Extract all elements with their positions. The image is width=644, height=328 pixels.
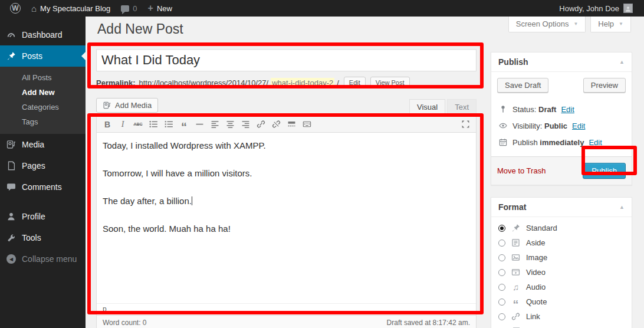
edit-schedule-link[interactable]: Edit [589,138,602,147]
sidebar-item-posts[interactable]: Posts [0,45,86,67]
editor-paragraph: The day after, a billion. [103,196,470,206]
chevron-down-icon: ▼ [619,21,623,27]
radio-video[interactable] [498,269,505,276]
submenu-add-new[interactable]: Add New [0,85,86,100]
edit-status-link[interactable]: Edit [561,105,574,114]
fullscreen-button[interactable] [458,118,472,131]
image-icon [511,252,521,263]
wordpress-menu[interactable]: W [5,0,26,17]
submenu-all-posts[interactable]: All Posts [0,70,86,85]
radio-image[interactable] [498,254,505,261]
new-content-menu[interactable]: + New [143,0,178,17]
plus-icon: + [148,3,153,14]
sidebar-item-dashboard[interactable]: Dashboard [0,24,86,45]
editor-paragraph: Today, I installed Wordpress with XAMPP. [103,140,470,150]
screen-options-button[interactable]: Screen Options ▼ [508,17,586,32]
radio-audio[interactable] [498,284,505,291]
sidebar-item-comments[interactable]: Comments [0,176,86,198]
publish-button[interactable]: Publish [583,163,626,179]
format-option-quote[interactable]: “ Quote [498,294,625,309]
pushpin-icon [511,223,521,233]
wordpress-logo-icon: W [10,3,21,14]
permalink-slug[interactable]: what-i-did-today-2 [271,78,334,88]
status-pin-icon [498,104,508,114]
bullet-list-button[interactable] [146,118,160,131]
add-media-button[interactable]: Add Media [96,98,158,113]
bold-button[interactable]: B [100,118,114,131]
edit-permalink-button[interactable]: Edit [344,77,366,88]
publish-panel-header[interactable]: Publish ▲ [491,53,632,72]
remove-link-button[interactable] [269,118,283,131]
collapse-panel-icon[interactable]: ▲ [619,59,625,65]
format-option-link[interactable]: Link [498,309,625,324]
format-option-standard[interactable]: Standard [498,221,625,235]
collapse-menu-button[interactable]: ◀ Collapse menu [0,248,86,270]
format-option-aside[interactable]: Aside [498,235,625,250]
profile-icon [6,211,17,222]
format-panel-header[interactable]: Format ▲ [491,198,632,217]
italic-button[interactable]: I [116,118,130,131]
move-to-trash-link[interactable]: Move to Trash [497,166,546,175]
sidebar-item-pages[interactable]: Pages [0,155,86,176]
tab-text[interactable]: Text [447,99,477,116]
audio-note-icon: ♫ [511,282,521,292]
sidebar-item-label: Media [22,140,44,149]
radio-standard[interactable] [498,225,505,232]
blockquote-button[interactable]: “ [177,118,191,131]
sidebar-item-tools[interactable]: Tools [0,227,86,248]
format-label: Audio [526,283,546,291]
preview-button[interactable]: Preview [583,78,626,93]
format-option-video[interactable]: Video [498,265,625,280]
sidebar-item-label: Comments [22,182,62,192]
align-center-button[interactable] [223,118,237,131]
screen-options-label: Screen Options [516,19,569,28]
account-menu[interactable]: Howdy, John Doe [554,0,638,17]
strikethrough-button[interactable]: ABC [131,118,145,131]
permalink-trailing-slash: / [337,78,339,87]
radio-link[interactable] [498,313,505,320]
post-title-input[interactable] [96,49,477,71]
format-option-audio[interactable]: ♫ Audio [498,280,625,294]
format-option-gallery[interactable]: Gallery [498,324,625,328]
draft-saved-status: Draft saved at 8:17:42 am. [387,319,470,327]
align-left-button[interactable] [208,118,222,131]
text-cursor [192,196,192,205]
insert-link-button[interactable] [254,118,268,131]
editor-toolbar: B I ABC “ [97,116,476,133]
site-link[interactable]: ⌂ My Spectacular Blog [26,0,116,17]
permalink-base: http://localhost/wordpress/2014/10/27/ [139,78,268,87]
numbered-list-button[interactable] [162,118,176,131]
sidebar-item-media[interactable]: Media [0,134,86,155]
permalink-label: Permalink: [96,78,135,87]
editor-content[interactable]: Today, I installed Wordpress with XAMPP.… [97,133,476,303]
posts-submenu: All Posts Add New Categories Tags [0,67,86,134]
editor-column: Permalink: http://localhost/wordpress/20… [96,49,477,328]
more-tag-button[interactable] [284,118,298,131]
format-option-image[interactable]: Image [498,250,625,265]
help-button[interactable]: Help ▼ [590,17,631,32]
comments-shortcut[interactable]: 0 [116,0,142,17]
edit-visibility-link[interactable]: Edit [572,122,585,130]
settings-column: Publish ▲ Save Draft Preview Status: Dra… [491,52,632,328]
calendar-icon [498,137,508,147]
tab-visual[interactable]: Visual [409,99,445,116]
submenu-tags[interactable]: Tags [0,114,86,129]
submenu-categories[interactable]: Categories [0,100,86,114]
horizontal-rule-button[interactable] [192,118,206,131]
help-label: Help [598,19,614,28]
chevron-down-icon: ▼ [573,21,578,27]
radio-quote[interactable] [498,299,505,306]
schedule-row: Publish immediately Edit [497,134,626,150]
radio-aside[interactable] [498,240,505,247]
collapse-panel-icon[interactable]: ▲ [619,204,625,210]
toolbar-toggle-button[interactable] [300,118,314,131]
format-label: Aside [526,238,546,247]
visual-editor: B I ABC “ [96,116,477,316]
save-draft-button[interactable]: Save Draft [497,78,548,93]
align-right-button[interactable] [238,118,252,131]
view-post-button[interactable]: View Post [370,77,410,88]
format-label: Video [526,268,546,277]
media-icon [103,101,111,110]
editor-paragraph: Tomorrow, I will have a million visitors… [103,168,470,178]
sidebar-item-profile[interactable]: Profile [0,206,86,227]
